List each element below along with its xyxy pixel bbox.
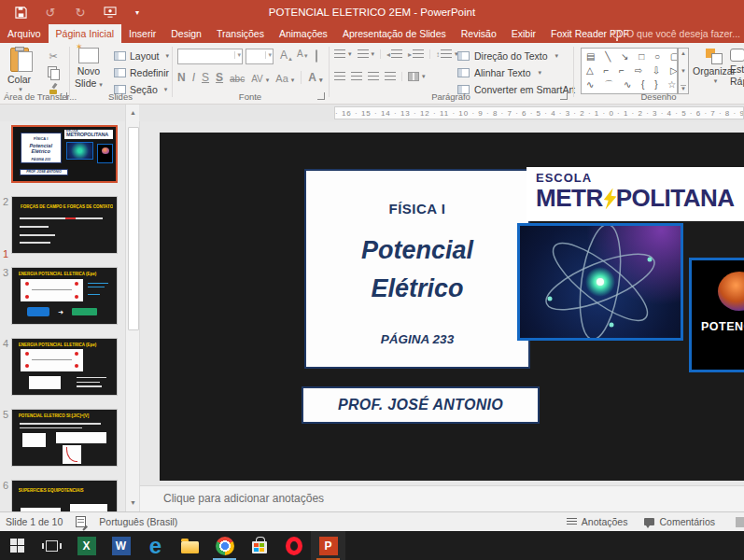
font-name-combo[interactable]: [177, 49, 243, 64]
tab-inserir[interactable]: Inserir: [121, 24, 163, 43]
paragraph-dialog-launcher[interactable]: [560, 92, 568, 100]
notes-toggle-button[interactable]: Anotações: [567, 516, 628, 527]
mini-slide-title: FORÇAS DE CAMPO E FORÇAS DE CONTATO: [21, 204, 113, 209]
professor-box[interactable]: PROF. JOSÉ ANTONIO: [302, 386, 540, 424]
view-button-partial[interactable]: [736, 517, 744, 527]
line-spacing-button[interactable]: ↕: [429, 49, 458, 59]
chrome-taskbar-button[interactable]: [207, 531, 242, 560]
text-direction-button[interactable]: Direção do Texto: [457, 49, 558, 63]
mini-formula-box: [70, 504, 107, 511]
quick-styles-button[interactable]: Estilos Rápidos: [730, 49, 744, 88]
opera-taskbar-button[interactable]: [276, 531, 311, 560]
slide-title-box[interactable]: FÍSICA I Potencial Elétrico PÁGINA 233: [304, 169, 530, 369]
mini-logo: ESCOLA METROPOLITANA: [64, 130, 113, 139]
text-shadow-button[interactable]: S: [216, 71, 223, 84]
start-button[interactable]: [0, 531, 35, 560]
tab-arquivo[interactable]: Arquivo: [0, 24, 49, 43]
group-separator: [172, 47, 173, 97]
underline-button[interactable]: S: [202, 71, 209, 84]
slide-thumbnail-2[interactable]: FORÇAS DE CAMPO E FORÇAS DE CONTATO: [11, 196, 118, 254]
reset-button[interactable]: Redefinir: [114, 65, 169, 80]
tab-exibir[interactable]: Exibir: [504, 24, 543, 43]
tell-me-box[interactable]: O que você deseja fazer...: [612, 24, 740, 43]
professor-text: PROF. JOSÉ ANTONIO: [338, 397, 503, 413]
layout-button[interactable]: Layout: [114, 49, 169, 63]
bullets-button[interactable]: [334, 49, 352, 59]
quick-styles-icon: [730, 49, 744, 62]
character-spacing-button[interactable]: AV: [251, 74, 269, 84]
font-size-combo[interactable]: [246, 49, 274, 64]
align-right-button[interactable]: [368, 72, 379, 81]
file-explorer-taskbar-button[interactable]: [173, 531, 207, 560]
font-dialog-launcher[interactable]: [317, 92, 325, 100]
save-icon[interactable]: [13, 5, 28, 20]
copy-icon[interactable]: [45, 65, 62, 80]
redo-icon[interactable]: [73, 5, 88, 20]
align-center-button[interactable]: [351, 72, 362, 81]
clipboard-dialog-launcher[interactable]: [60, 92, 67, 100]
spell-check-icon[interactable]: [76, 516, 86, 527]
tab-pagina-inicial[interactable]: Página Inicial: [49, 24, 121, 43]
language-indicator[interactable]: Português (Brasil): [99, 516, 177, 527]
word-taskbar-button[interactable]: W: [104, 531, 138, 560]
columns-button[interactable]: [401, 72, 426, 81]
shapes-scroll-up-icon[interactable]: ▲: [681, 50, 686, 56]
decrease-indent-button[interactable]: ◂: [380, 49, 402, 59]
align-left-button[interactable]: [334, 72, 345, 81]
tab-transicoes[interactable]: Transições: [209, 24, 272, 43]
slide-thumbnail-6[interactable]: SUPERFÍCIES EQUIPOTENCIAIS: [11, 480, 118, 511]
status-right: Anotações Comentários: [567, 512, 744, 531]
tab-revisao[interactable]: Revisão: [454, 24, 504, 43]
justify-button[interactable]: [385, 72, 396, 81]
shapes-gallery[interactable]: ▤ ╲ ↘ □ ○ ▢ △ ⌐ ⌐ ⇨ ⇩ ▷ ∿ ⌒ ∿ { } ☆: [581, 48, 678, 94]
slide-thumbnail-5[interactable]: POTENCIAL ELÉTRICO SI:[J/C]=[V]: [11, 409, 118, 467]
new-slide-button[interactable]: Novo Slide: [75, 48, 103, 91]
school-logo[interactable]: ESCOLA METR POLITANA: [526, 167, 744, 221]
align-text-button[interactable]: Alinhar Texto: [457, 65, 541, 80]
slide-counter[interactable]: Slide 1 de 10: [6, 516, 63, 527]
paste-button[interactable]: Colar: [7, 48, 31, 93]
scrollbar-thumb[interactable]: [128, 127, 139, 330]
slide-thumbnail-4[interactable]: ENERGIA POTENCIAL ELÉTRICA (Epe): [11, 338, 118, 396]
tab-animacoes[interactable]: Animações: [272, 24, 335, 43]
strikethrough-button[interactable]: abc: [230, 74, 245, 84]
slide-canvas[interactable]: FÍSICA I Potencial Elétrico PÁGINA 233 P…: [160, 133, 744, 481]
slide-thumbnail-1[interactable]: FÍSICA I Potencial Elétrico PÁGINA 233 E…: [11, 125, 118, 183]
copy-glyph: [47, 66, 60, 79]
page-number-text: PÁGINA 233: [381, 332, 454, 346]
undo-icon[interactable]: [43, 5, 58, 20]
store-taskbar-button[interactable]: [242, 531, 276, 560]
edge-taskbar-button[interactable]: e: [138, 531, 173, 560]
cut-icon[interactable]: [45, 49, 62, 63]
shapes-gallery-scrollbar[interactable]: ▲ ▼ ▼: [678, 48, 689, 94]
atom-image[interactable]: [517, 223, 683, 341]
notes-pane[interactable]: Clique para adicionar anotações: [139, 485, 744, 511]
change-case-button[interactable]: Aa: [275, 73, 294, 84]
slideshow-icon[interactable]: [103, 5, 118, 20]
tab-design[interactable]: Design: [163, 24, 209, 43]
mini-slide-title: ENERGIA POTENCIAL ELÉTRICA (Epe): [19, 272, 113, 276]
excel-taskbar-button[interactable]: X: [69, 531, 104, 560]
potential-image[interactable]: POTENCIAL: [689, 258, 744, 372]
slide-thumbnail-3[interactable]: ENERGIA POTENCIAL ELÉTRICA (Epe) ➜: [11, 267, 118, 325]
font-color-button[interactable]: A: [301, 71, 322, 84]
line-spacing-icon: [441, 49, 452, 59]
scroll-up-icon[interactable]: ▲: [127, 106, 139, 119]
shapes-scroll-down-icon[interactable]: ▼: [681, 68, 686, 74]
shrink-font-button[interactable]: A▼: [297, 49, 309, 59]
slides-group-label: Slides: [69, 91, 172, 102]
numbering-button[interactable]: [358, 49, 375, 59]
bold-button[interactable]: N: [177, 71, 186, 84]
increase-indent-button[interactable]: ▸: [408, 49, 424, 59]
powerpoint-taskbar-button[interactable]: P: [311, 531, 345, 560]
task-view-button[interactable]: [35, 531, 69, 560]
thumbnail-scrollbar[interactable]: ▲ ▼: [125, 105, 139, 511]
align-right-icon: [368, 72, 379, 81]
clear-formatting-button[interactable]: [316, 50, 317, 62]
italic-button[interactable]: I: [192, 71, 195, 84]
shapes-more-icon[interactable]: ▼: [681, 85, 686, 91]
grow-font-button[interactable]: A▲: [280, 49, 293, 62]
tab-apresentacao-de-slides[interactable]: Apresentação de Slides: [335, 24, 454, 43]
comments-toggle-button[interactable]: Comentários: [644, 516, 715, 527]
scroll-down-icon[interactable]: ▼: [127, 497, 139, 510]
